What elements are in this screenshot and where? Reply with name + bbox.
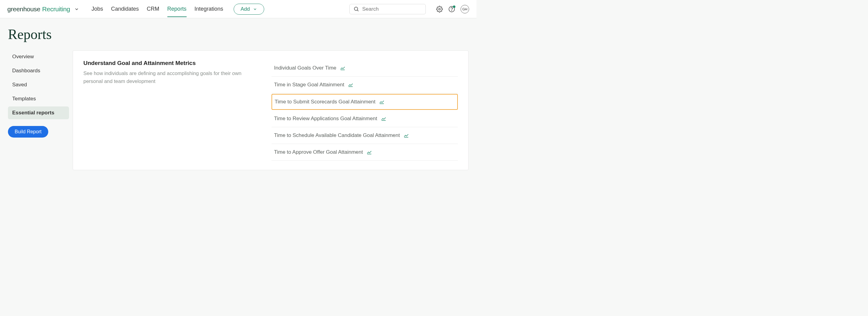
- section-title: Understand Goal and Attainment Metrics: [83, 60, 259, 67]
- brand-logo[interactable]: greenhouse Recruiting: [7, 5, 79, 13]
- avatar[interactable]: GH: [461, 5, 469, 13]
- search-icon: [353, 6, 359, 12]
- brand-part1: greenhouse: [7, 5, 40, 13]
- report-label: Time in Stage Goal Attainment: [274, 82, 344, 88]
- main-nav: Jobs Candidates CRM Reports Integrations: [91, 1, 223, 17]
- svg-line-1: [357, 10, 359, 11]
- chart-line-icon: [403, 133, 409, 138]
- build-report-button[interactable]: Build Report: [8, 126, 48, 138]
- sidebar: Overview Dashboards Saved Templates Esse…: [8, 50, 69, 170]
- report-list: Individual Goals Over TimeTime in Stage …: [272, 60, 458, 161]
- topbar-icons: GH: [436, 5, 469, 13]
- report-row[interactable]: Time to Submit Scorecards Goal Attainmen…: [272, 94, 458, 110]
- page-body: Reports Overview Dashboards Saved Templa…: [0, 18, 476, 178]
- report-row[interactable]: Individual Goals Over Time: [272, 60, 458, 76]
- sidebar-item-templates[interactable]: Templates: [8, 93, 69, 105]
- notification-dot: [453, 5, 455, 8]
- svg-point-0: [354, 7, 358, 10]
- report-row[interactable]: Time to Review Applications Goal Attainm…: [272, 110, 458, 127]
- sidebar-item-overview[interactable]: Overview: [8, 50, 69, 63]
- report-row[interactable]: Time to Approve Offer Goal Attainment: [272, 144, 458, 161]
- nav-candidates[interactable]: Candidates: [111, 1, 139, 17]
- help-icon[interactable]: [448, 6, 455, 12]
- report-label: Time to Submit Scorecards Goal Attainmen…: [275, 99, 375, 105]
- report-label: Time to Review Applications Goal Attainm…: [274, 116, 377, 122]
- search-box[interactable]: [349, 4, 426, 14]
- nav-integrations[interactable]: Integrations: [194, 1, 223, 17]
- nav-reports[interactable]: Reports: [167, 1, 187, 17]
- report-label: Time to Schedule Available Candidate Goa…: [274, 132, 400, 138]
- section-description: Understand Goal and Attainment Metrics S…: [83, 60, 259, 161]
- chart-line-icon: [348, 82, 353, 87]
- report-label: Individual Goals Over Time: [274, 65, 336, 71]
- chart-line-icon: [340, 65, 345, 71]
- page-title: Reports: [8, 26, 468, 42]
- report-row[interactable]: Time to Schedule Available Candidate Goa…: [272, 127, 458, 144]
- sidebar-item-dashboards[interactable]: Dashboards: [8, 64, 69, 77]
- section-desc: See how individuals are defining and acc…: [83, 70, 259, 85]
- svg-point-2: [439, 8, 440, 10]
- layout: Overview Dashboards Saved Templates Esse…: [8, 50, 468, 170]
- sidebar-item-saved[interactable]: Saved: [8, 78, 69, 91]
- report-label: Time to Approve Offer Goal Attainment: [274, 149, 363, 155]
- chart-line-icon: [381, 116, 386, 121]
- chart-line-icon: [379, 99, 384, 105]
- report-row[interactable]: Time in Stage Goal Attainment: [272, 76, 458, 93]
- sidebar-item-essential[interactable]: Essential reports: [8, 106, 69, 119]
- brand-part2: Recruiting: [42, 5, 70, 13]
- content-panel: Understand Goal and Attainment Metrics S…: [73, 50, 468, 170]
- chevron-down-icon: [253, 7, 257, 11]
- chevron-down-icon[interactable]: [74, 7, 79, 11]
- gear-icon[interactable]: [436, 6, 443, 12]
- search-input[interactable]: [362, 6, 422, 12]
- chart-line-icon: [367, 149, 372, 155]
- add-button[interactable]: Add: [234, 4, 264, 15]
- nav-crm[interactable]: CRM: [147, 1, 159, 17]
- add-label: Add: [241, 6, 250, 12]
- svg-point-4: [452, 10, 452, 11]
- top-bar: greenhouse Recruiting Jobs Candidates CR…: [0, 0, 476, 18]
- nav-jobs[interactable]: Jobs: [91, 1, 103, 17]
